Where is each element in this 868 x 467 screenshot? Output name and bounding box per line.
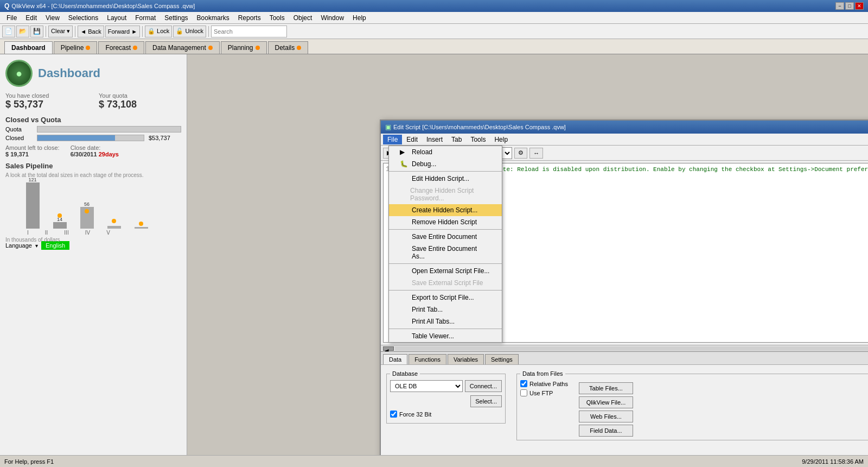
menu-selections[interactable]: Selections	[64, 13, 103, 23]
tab-pipeline[interactable]: Pipeline	[54, 41, 98, 54]
dialog-title-left: ▣ Edit Script [C:\Users\mohammeds\Deskto…	[385, 123, 566, 131]
tab-data-management[interactable]: Data Management	[145, 41, 220, 54]
menu-item-print-tab[interactable]: Print Tab...	[389, 304, 502, 315]
stats-row: You have closed $ 53,737 Your quota $ 73…	[5, 92, 181, 110]
menu-edit[interactable]: Edit	[21, 13, 41, 23]
bottom-tab-settings[interactable]: Settings	[485, 354, 519, 364]
select-button[interactable]: Select...	[470, 395, 502, 407]
tab-planning-label: Planning	[228, 44, 253, 52]
closed-value: $ 53,737	[5, 99, 88, 110]
menu-item-save-doc-as[interactable]: Save Entire Document As...	[389, 243, 502, 262]
menu-item-edit-hidden[interactable]: Edit Hidden Script...	[389, 173, 502, 185]
tab-add-button[interactable]: ↔	[529, 148, 543, 159]
menu-reports[interactable]: Reports	[234, 13, 265, 23]
tab-details[interactable]: Details	[268, 41, 309, 54]
tab-settings-button[interactable]: ⚙	[514, 148, 527, 159]
scroll-track	[395, 346, 868, 351]
new-button[interactable]: 📄	[2, 26, 15, 37]
app-title: QlikView x64 - [C:\Users\mohammeds\Deskt…	[11, 3, 195, 9]
database-fieldset: Database OLE DB Connect... Select...	[386, 370, 506, 424]
bottom-tab-functions[interactable]: Functions	[409, 354, 446, 364]
menu-item-open-external[interactable]: Open External Script File...	[389, 265, 502, 277]
dialog-menu-file[interactable]: File	[383, 135, 402, 144]
unlock-button[interactable]: 🔓 Unlock	[173, 26, 206, 37]
dialog-menu-tab[interactable]: Tab	[447, 135, 466, 144]
tab-bar: Dashboard Pipeline Forecast Data Managem…	[0, 39, 868, 54]
menu-tools[interactable]: Tools	[265, 13, 289, 23]
menu-item-reload[interactable]: ▶ Reload	[389, 146, 502, 158]
data-files-fieldset: Data from Files Relative Paths	[516, 370, 868, 440]
tab-forecast[interactable]: Forecast	[98, 41, 144, 54]
bottom-tab-data[interactable]: Data	[383, 354, 407, 364]
menu-help[interactable]: Help	[348, 13, 371, 23]
menu-layout[interactable]: Layout	[103, 13, 131, 23]
db-select-row: OLE DB Connect...	[390, 380, 502, 392]
scroll-left-button[interactable]: ◄	[383, 346, 394, 351]
dialog-menu-insert[interactable]: Insert	[422, 135, 447, 144]
toolbar-separator-3	[142, 26, 143, 37]
menu-item-table-viewer[interactable]: Table Viewer...	[389, 330, 502, 342]
menu-bookmarks[interactable]: Bookmarks	[193, 13, 234, 23]
menu-item-export-script[interactable]: Export to Script File...	[389, 292, 502, 304]
relative-paths-checkbox[interactable]	[520, 380, 527, 387]
search-input[interactable]	[211, 26, 287, 37]
toolbar-separator-2	[75, 26, 75, 37]
dialog-menu-edit[interactable]: Edit	[402, 135, 422, 144]
chart-bar-4	[106, 226, 122, 229]
bar-4	[107, 226, 121, 229]
data-files-checkboxes: Relative Paths Use FTP	[520, 380, 568, 437]
data-files-section: Data from Files Relative Paths	[516, 370, 868, 440]
menu-item-remove-hidden[interactable]: Remove Hidden Script	[389, 216, 502, 228]
bottom-tab-variables[interactable]: Variables	[448, 354, 484, 364]
data-files-legend: Data from Files	[520, 370, 565, 377]
open-button[interactable]: 📂	[16, 26, 29, 37]
chart-note: In thousands of dollars	[5, 237, 181, 243]
logo-icon: ●	[16, 67, 22, 80]
tab-pipeline-dot	[86, 46, 90, 50]
close-date-value: 6/30/2011 29days	[71, 151, 119, 157]
back-button[interactable]: ◄ Back	[78, 26, 104, 37]
dropdown-sep-1	[389, 171, 502, 172]
dialog-menu-tools[interactable]: Tools	[466, 135, 490, 144]
clear-button[interactable]: Clear ▾	[48, 26, 73, 37]
close-button[interactable]: ✕	[855, 2, 864, 10]
tab-dashboard[interactable]: Dashboard	[4, 41, 53, 54]
field-data-button[interactable]: Field Data...	[579, 425, 633, 437]
connect-button[interactable]: Connect...	[465, 380, 502, 392]
dropdown-sep-2	[389, 229, 502, 230]
dot-2	[58, 213, 62, 218]
menu-item-debug[interactable]: 🐛 Debug...	[389, 158, 502, 170]
table-files-button[interactable]: Table Files...	[579, 382, 633, 394]
minimize-button[interactable]: −	[835, 2, 844, 10]
chart-bars: 121 14 56	[24, 182, 181, 229]
save-button[interactable]: 💾	[30, 26, 43, 37]
database-select[interactable]: OLE DB	[390, 380, 463, 392]
menu-object[interactable]: Object	[289, 13, 317, 23]
maximize-button[interactable]: □	[845, 2, 854, 10]
dot-4	[112, 219, 116, 223]
dialog-menu-help[interactable]: Help	[490, 135, 512, 144]
toolbar: 📄 📂 💾 Clear ▾ ◄ Back Forward ► 🔒 Lock 🔓 …	[0, 24, 868, 39]
qlikview-file-button[interactable]: QlikView File...	[579, 396, 633, 408]
menu-view[interactable]: View	[41, 13, 64, 23]
forward-button[interactable]: Forward ►	[105, 26, 140, 37]
tab-forecast-dot	[133, 46, 137, 50]
scroll-bar-area[interactable]: ◄ ►	[381, 345, 868, 351]
use-ftp-checkbox[interactable]	[520, 389, 527, 396]
close-info: Amount left to close: $ 19,371 Close dat…	[5, 144, 181, 157]
force32-checkbox[interactable]	[390, 411, 397, 418]
menu-window[interactable]: Window	[316, 13, 348, 23]
menu-item-save-doc[interactable]: Save Entire Document	[389, 231, 502, 243]
menu-item-print-all-tabs[interactable]: Print All Tabs...	[389, 315, 502, 327]
status-left: For Help, press F1	[4, 458, 54, 465]
menu-format[interactable]: Format	[131, 13, 160, 23]
dashboard-title: Dashboard	[38, 66, 100, 80]
tab-planning[interactable]: Planning	[221, 41, 267, 54]
web-files-button[interactable]: Web Files...	[579, 411, 633, 422]
lock-button[interactable]: 🔒 Lock	[145, 26, 172, 37]
menu-settings[interactable]: Settings	[160, 13, 192, 23]
menu-file[interactable]: File	[2, 13, 21, 23]
data-files-inner: Relative Paths Use FTP Table Files...	[520, 380, 868, 437]
dashboard-logo: ●	[5, 60, 33, 87]
menu-item-create-hidden[interactable]: Create Hidden Script...	[389, 204, 502, 216]
